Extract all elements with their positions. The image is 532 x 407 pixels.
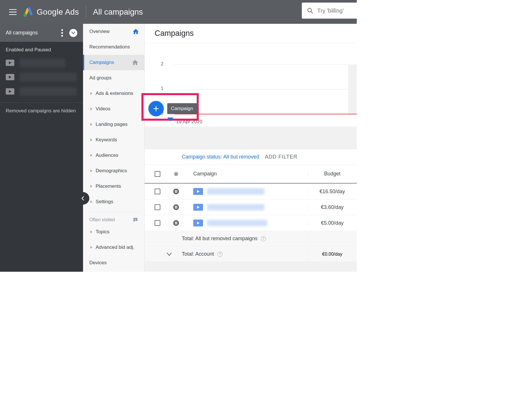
- row-checkbox[interactable]: [155, 189, 160, 194]
- select-all-checkbox[interactable]: [155, 171, 160, 177]
- home-icon: [133, 29, 139, 34]
- video-campaign-icon: [6, 60, 14, 66]
- scope-label[interactable]: All campaigns: [93, 7, 143, 17]
- campaign-tree-item[interactable]: [0, 70, 83, 84]
- sidebar-collapse-button[interactable]: [69, 29, 77, 37]
- search-box[interactable]: [302, 3, 357, 19]
- campaigns-table: Campaign Budget €16.50/day €3.: [145, 165, 357, 262]
- filter-status-chip[interactable]: Campaign status: All but removed: [182, 154, 259, 160]
- nav-keywords[interactable]: Keywords: [83, 132, 144, 148]
- page-title: Campaigns: [145, 24, 357, 43]
- row-budget[interactable]: €5.00/day: [308, 220, 357, 226]
- redacted-label: [207, 204, 264, 210]
- chart-y-tick: 2: [161, 61, 163, 67]
- column-header-budget[interactable]: Budget: [308, 171, 357, 177]
- redacted-label: [19, 73, 77, 81]
- summary-budget: €0.00/day: [308, 246, 357, 262]
- chart-y-tick: 1: [161, 86, 163, 91]
- svg-rect-4: [135, 220, 136, 221]
- sidebar-collapse-handle[interactable]: [77, 192, 89, 205]
- hamburger-menu-button[interactable]: [6, 5, 19, 19]
- paused-icon[interactable]: [173, 204, 179, 210]
- chart-overlay: [348, 64, 357, 114]
- row-checkbox[interactable]: [155, 220, 160, 226]
- table-row[interactable]: €5.00/day: [145, 215, 357, 231]
- table-summary-row: Total: All but removed campaigns?: [145, 231, 357, 246]
- paused-icon[interactable]: [173, 220, 179, 226]
- caret-right-icon: [90, 246, 92, 249]
- add-filter-button[interactable]: ADD FILTER: [265, 154, 297, 160]
- nav-label: Demographics: [96, 168, 127, 174]
- google-ads-logo[interactable]: Google Ads: [23, 7, 79, 17]
- row-budget[interactable]: €3.60/day: [308, 204, 357, 210]
- account-sidebar: All campaigns Enabled and Paused Removed…: [0, 24, 83, 272]
- nav-ad-groups[interactable]: Ad groups: [83, 70, 144, 86]
- status-icon[interactable]: [174, 172, 178, 176]
- nav-settings[interactable]: Settings: [83, 194, 144, 210]
- caret-right-icon: [90, 185, 92, 188]
- vertical-divider: [86, 5, 86, 19]
- svg-rect-8: [176, 206, 177, 209]
- nav-advanced-bid[interactable]: Advanced bid adj.: [83, 240, 144, 255]
- table-summary-row: Total: Account? €0.00/day: [145, 246, 357, 262]
- help-icon[interactable]: ?: [217, 252, 222, 257]
- column-header-campaign[interactable]: Campaign: [182, 171, 308, 177]
- search-input[interactable]: [317, 7, 352, 14]
- campaign-tree-item[interactable]: [0, 84, 83, 99]
- paused-icon[interactable]: [173, 189, 179, 194]
- summary-label: Total: Account: [182, 251, 214, 257]
- nav-topics[interactable]: Topics: [83, 224, 144, 240]
- account-sidebar-title[interactable]: All campaigns: [6, 30, 38, 36]
- nav-campaigns[interactable]: Campaigns: [83, 55, 144, 70]
- row-checkbox[interactable]: [155, 204, 160, 210]
- chart-series-line: [174, 114, 357, 114]
- nav-overview[interactable]: Overview: [83, 24, 144, 39]
- svg-rect-9: [175, 222, 176, 224]
- nav-label: Devices: [89, 260, 107, 266]
- page-nav: Overview Recommendations Campaigns Ad gr…: [83, 24, 145, 272]
- chart-gridline: [174, 64, 357, 65]
- sidebar-filter-label: Enabled and Paused: [0, 42, 83, 56]
- nav-label: Recommendations: [89, 44, 130, 50]
- svg-rect-6: [176, 190, 177, 193]
- row-budget[interactable]: €16.50/day: [308, 189, 357, 195]
- help-icon[interactable]: ?: [261, 236, 266, 241]
- svg-rect-3: [135, 219, 136, 220]
- nav-recommendations[interactable]: Recommendations: [83, 39, 144, 55]
- table-header-row: Campaign Budget: [145, 165, 357, 184]
- brand-text: Google Ads: [37, 7, 79, 17]
- nav-ads-extensions[interactable]: Ads & extensions: [83, 86, 144, 101]
- nav-demographics[interactable]: Demographics: [83, 163, 144, 179]
- account-sidebar-header: All campaigns: [0, 24, 83, 42]
- nav-landing-pages[interactable]: Landing pages: [83, 117, 144, 132]
- video-campaign-icon: [6, 74, 14, 80]
- caret-right-icon: [90, 92, 92, 95]
- more-vertical-icon: [61, 32, 63, 34]
- nav-audiences[interactable]: Audiences: [83, 148, 144, 163]
- new-campaign-fab-wrap: Campaign: [145, 98, 161, 114]
- nav-label: Landing pages: [96, 122, 128, 127]
- filter-dropdown-icon[interactable]: [167, 118, 174, 122]
- nav-devices[interactable]: Devices: [83, 255, 144, 271]
- caret-right-icon: [90, 154, 92, 157]
- svg-rect-10: [176, 222, 177, 224]
- nav-often-visited-header: Often visited: [83, 214, 144, 224]
- new-campaign-fab[interactable]: [148, 101, 164, 116]
- feedback-icon[interactable]: [133, 217, 138, 222]
- chevron-down-icon[interactable]: [166, 252, 172, 256]
- plus-icon: [153, 105, 159, 112]
- search-icon: [307, 7, 313, 14]
- redacted-label: [19, 58, 65, 67]
- nav-placements[interactable]: Placements: [83, 179, 144, 194]
- table-row[interactable]: €3.60/day: [145, 199, 357, 215]
- fab-tooltip: Campaign: [167, 103, 197, 114]
- nav-videos[interactable]: Videos: [83, 101, 144, 117]
- table-row[interactable]: €16.50/day: [145, 184, 357, 199]
- caret-right-icon: [90, 230, 92, 233]
- redacted-label: [19, 87, 77, 96]
- video-campaign-icon: [193, 220, 203, 226]
- campaign-tree-item[interactable]: [0, 56, 83, 70]
- nav-label: Ad groups: [89, 75, 112, 81]
- chevron-down-icon: [71, 32, 75, 34]
- sidebar-more-button[interactable]: [61, 29, 63, 37]
